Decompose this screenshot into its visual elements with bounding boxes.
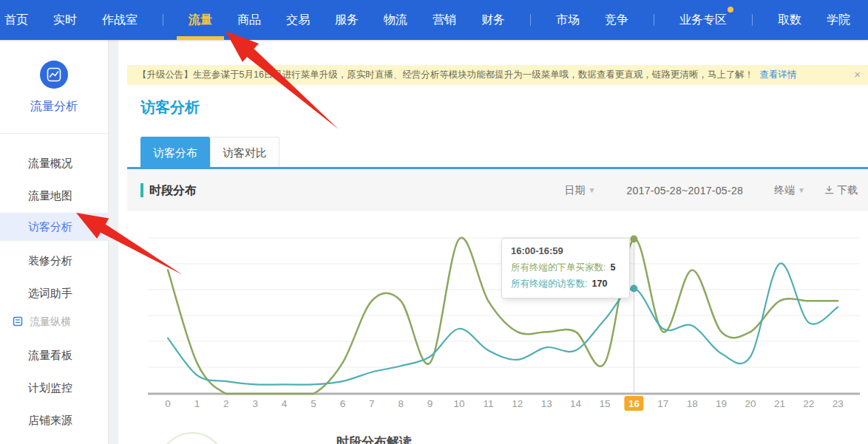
x-label: 6 (340, 398, 346, 409)
nav-divider (654, 14, 654, 26)
nav-item-active[interactable]: 流量 (189, 0, 212, 40)
chart-tooltip: 16:00-16:59 所有终端的下单买家数:5所有终端的访客数:170 (501, 238, 630, 298)
nav-divider (163, 14, 163, 26)
page-title: 访客分析 (140, 98, 200, 117)
x-label: 5 (311, 398, 316, 409)
x-label: 2 (223, 398, 229, 409)
ledger-icon (13, 316, 23, 327)
highlight-dot (630, 236, 637, 243)
tab-visitor-compare[interactable]: 访客对比 (210, 137, 279, 167)
x-label-highlighted: 16 (628, 398, 640, 409)
tooltip-value: 5 (610, 262, 615, 273)
x-label: 10 (453, 398, 464, 409)
nav-divider (530, 14, 531, 26)
tooltip-label: 所有终端的下单买家数: (511, 262, 606, 273)
highlight-dot (630, 285, 637, 293)
tab-bar: 访客分布 访客对比 (140, 137, 279, 167)
main-content: 【升级公告】生意参谋于5月16日已进行菜单升级，原实时直播、经营分析等模块功能都… (118, 40, 868, 444)
x-label: 20 (745, 398, 756, 409)
download-icon (824, 185, 834, 195)
section-controls: 日期▼ 2017-05-28~2017-05-28 终端▼ 下载 (564, 169, 858, 211)
download-button[interactable]: 下载 (824, 184, 858, 197)
x-label: 19 (716, 398, 727, 409)
notice-text: 【升级公告】生意参谋于5月16日已进行菜单升级，原实时直播、经营分析等模块功能都… (138, 69, 753, 81)
x-label: 9 (427, 398, 433, 409)
notification-dot-badge (728, 7, 733, 13)
x-label: 23 (833, 398, 844, 409)
tooltip-row: 所有终端的访客数:170 (511, 278, 620, 290)
x-label: 8 (398, 398, 404, 409)
nav-item[interactable]: 市场 (556, 0, 580, 40)
x-label: 11 (483, 398, 493, 409)
x-label: 7 (369, 398, 375, 409)
sidebar-item[interactable]: 流量概况 (0, 149, 109, 177)
x-label: 12 (512, 398, 523, 409)
x-label: 3 (252, 398, 258, 409)
nav-item[interactable]: 交易 (286, 0, 310, 40)
nav-item[interactable]: 商品 (237, 0, 261, 40)
tab-visitor-distribution[interactable]: 访客分布 (140, 137, 210, 167)
nav-item[interactable]: 竞争 (605, 0, 628, 40)
hourly-distribution-chart: 01234567891011121314151617181920212223 (118, 214, 868, 440)
chevron-down-icon: ▼ (588, 186, 595, 194)
sidebar-divider (0, 133, 108, 134)
nav-item[interactable]: 实时 (53, 0, 77, 40)
sidebar-item[interactable]: 计划监控 (0, 374, 109, 402)
nav-item[interactable]: 首页 (4, 0, 28, 40)
nav-item[interactable]: 营销 (433, 0, 456, 40)
sidebar-item[interactable]: 店铺来源 (0, 406, 109, 434)
nav-item[interactable]: 物流 (384, 0, 407, 40)
nav-item[interactable]: 学院 (827, 0, 850, 40)
sidebar-title[interactable]: 流量分析 (0, 99, 108, 115)
x-label: 4 (282, 398, 288, 409)
tooltip-value: 170 (591, 279, 607, 289)
date-range-value[interactable]: 2017-05-28~2017-05-28 (626, 185, 743, 197)
x-label: 22 (803, 398, 814, 409)
x-label: 17 (657, 398, 668, 409)
nav-item[interactable]: 财务 (481, 0, 505, 40)
tooltip-row: 所有终端的下单买家数:5 (511, 262, 620, 274)
upgrade-notice-bar: 【升级公告】生意参谋于5月16日已进行菜单升级，原实时直播、经营分析等模块功能都… (127, 65, 868, 85)
nav-item[interactable]: 服务 (335, 0, 359, 40)
section-header: 时段分布 日期▼ 2017-05-28~2017-05-28 终端▼ 下载 (127, 169, 868, 211)
date-dropdown[interactable]: 日期▼ (564, 184, 595, 197)
nav-active-underline (177, 36, 224, 40)
nav-divider (752, 14, 753, 26)
nav-item[interactable]: 作战室 (102, 0, 138, 40)
sidebar-item[interactable]: 商品来源 (0, 439, 109, 444)
x-label: 15 (599, 398, 610, 409)
sidebar-item[interactable]: 访客分析 (0, 213, 109, 241)
sidebar-item[interactable]: 流量纵横 (0, 307, 109, 335)
sidebar-item[interactable]: 装修分析 (0, 247, 109, 275)
close-icon[interactable]: × (854, 68, 861, 81)
sidebar: 流量分析 流量概况流量地图访客分析装修分析选词助手流量纵横流量看板计划监控店铺来… (0, 40, 109, 444)
x-label: 0 (165, 398, 171, 409)
footer-heading: 时段分布解读 (336, 434, 412, 444)
x-label: 1 (194, 398, 200, 409)
traffic-analysis-icon (40, 61, 68, 89)
x-label: 14 (570, 398, 582, 409)
sidebar-item[interactable]: 流量看板 (0, 341, 109, 369)
notice-detail-link[interactable]: 查看详情 (759, 69, 796, 81)
tooltip-title: 16:00-16:59 (511, 245, 620, 256)
chevron-down-icon: ▼ (798, 186, 805, 194)
x-label: 13 (541, 398, 552, 409)
sidebar-item[interactable]: 选词助手 (0, 279, 109, 307)
x-label: 21 (774, 398, 785, 409)
nav-item[interactable]: 业务专区 (679, 0, 727, 40)
section-title: 时段分布 (149, 183, 197, 199)
nav-item[interactable]: 取数 (778, 0, 801, 40)
tooltip-label: 所有终端的访客数: (511, 279, 587, 289)
top-nav: 首页实时作战室流量商品交易服务物流营销财务市场竞争业务专区取数学院 (0, 0, 868, 40)
page-root: 首页实时作战室流量商品交易服务物流营销财务市场竞争业务专区取数学院 流量分析 流… (0, 0, 868, 444)
x-label: 18 (687, 398, 698, 409)
terminal-dropdown[interactable]: 终端▼ (774, 184, 805, 197)
section-accent-bar (140, 183, 143, 197)
sidebar-header: 流量分析 (0, 61, 108, 115)
sidebar-item[interactable]: 流量地图 (0, 182, 109, 210)
